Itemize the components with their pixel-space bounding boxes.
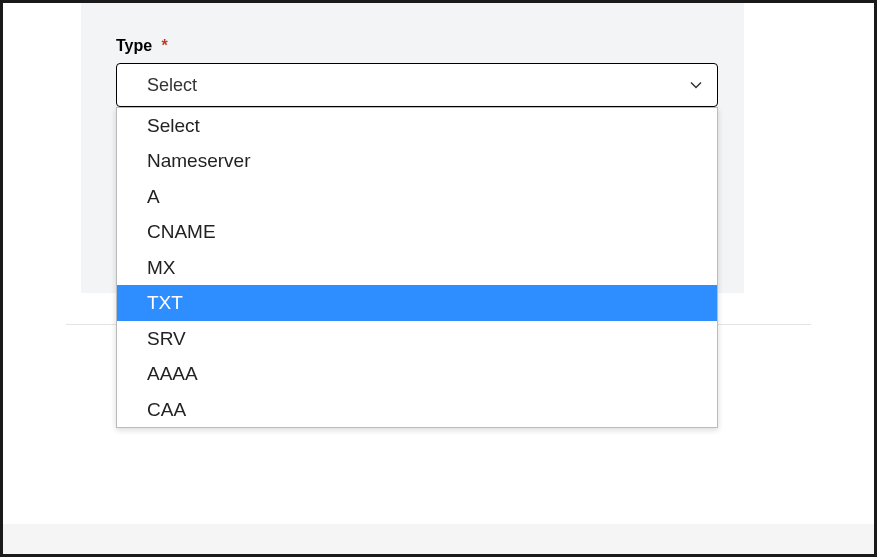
dropdown-option-aaaa[interactable]: AAAA (117, 356, 717, 391)
dropdown-option-nameserver[interactable]: Nameserver (117, 143, 717, 178)
type-select[interactable]: Select (116, 63, 718, 107)
select-current-value: Select (147, 75, 197, 96)
dropdown-option-select[interactable]: Select (117, 108, 717, 143)
dropdown-option-txt[interactable]: TXT (117, 285, 717, 320)
chevron-down-icon (689, 78, 703, 92)
dropdown-option-mx[interactable]: MX (117, 250, 717, 285)
footer-bar (3, 524, 874, 554)
type-label: Type (116, 37, 152, 54)
type-dropdown-list: Select Nameserver A CNAME MX TXT SRV AAA… (116, 107, 718, 428)
type-field: Type * Select (116, 37, 718, 107)
dropdown-option-a[interactable]: A (117, 179, 717, 214)
dropdown-option-cname[interactable]: CNAME (117, 214, 717, 249)
dropdown-option-caa[interactable]: CAA (117, 392, 717, 427)
field-label-row: Type * (116, 37, 718, 55)
page-wrap: Type * Select Select Nameserver A CNAME … (3, 3, 874, 554)
dropdown-option-srv[interactable]: SRV (117, 321, 717, 356)
required-marker: * (162, 37, 168, 54)
